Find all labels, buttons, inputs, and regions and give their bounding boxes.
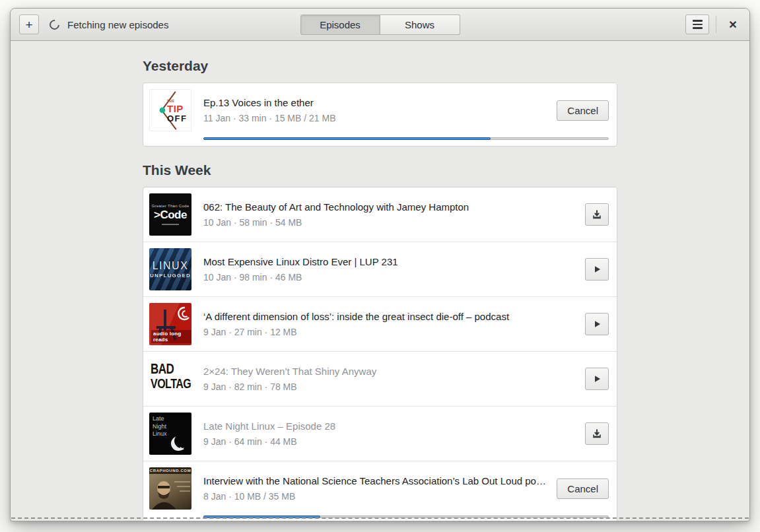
- episode-meta: 8 Jan · 10 MB / 35 MB: [203, 491, 547, 502]
- audio-long-reads-label: audio long reads: [151, 330, 191, 343]
- episode-title: 2×24: They Weren’t That Shiny Anyway: [203, 366, 576, 377]
- craphound-banner: CRAPHOUND.COM: [149, 467, 191, 474]
- progress-fill: [203, 137, 491, 140]
- episode-title: Interview with the National Science Teac…: [203, 475, 547, 486]
- episode-row[interactable]: BAD VOLTAGE 2×24: They Weren’t That Shin…: [143, 351, 617, 406]
- close-window-button[interactable]: ✕: [723, 15, 743, 34]
- episode-title: Late Night Linux – Episode 28: [203, 420, 576, 432]
- app-window: + Fetching new episodes Episodes Shows ✕…: [10, 8, 750, 521]
- play-icon: [592, 374, 602, 384]
- episode-meta: 9 Jan · 82 min · 78 MB: [203, 382, 576, 392]
- download-button[interactable]: [585, 203, 609, 226]
- download-icon: [592, 209, 602, 220]
- play-button[interactable]: [585, 313, 609, 335]
- podcast-cover-audio-long-reads: audio long reads: [149, 303, 191, 345]
- plus-icon: +: [25, 18, 32, 31]
- episode-meta: 11 Jan · 33 min · 15 MB / 21 MB: [203, 113, 547, 123]
- episode-meta: 10 Jan · 98 min · 46 MB: [203, 272, 576, 283]
- podcast-cover-late-night-linux: Late Night Linux: [149, 413, 191, 455]
- episode-row[interactable]: THE TIP OFF Ep.13 Voices in the ether 11…: [143, 83, 617, 146]
- hamburger-menu-icon: [693, 20, 703, 22]
- section-title-this-week: This Week: [143, 162, 617, 178]
- podcast-cover-greater-than-code: Greater Than Code >Code: [149, 193, 191, 236]
- episode-row[interactable]: audio long reads ‘A different dimension …: [143, 296, 617, 351]
- spinner-icon: [48, 17, 61, 31]
- view-switcher: Episodes Shows: [300, 15, 460, 35]
- episode-row[interactable]: Late Night Linux Late Night Linux – Epis…: [143, 406, 617, 461]
- episode-row[interactable]: Greater Than Code >Code 062: The Beauty …: [143, 187, 617, 242]
- episode-row[interactable]: LINUX UNPLUGGED Most Expensive Linux Dis…: [143, 242, 617, 296]
- episode-meta: 9 Jan · 27 min · 12 MB: [203, 327, 576, 337]
- header-separator: [716, 16, 716, 33]
- headerbar: + Fetching new episodes Episodes Shows ✕: [11, 9, 749, 41]
- episodes-view: Yesterday THE TIP OFF: [11, 41, 749, 521]
- header-right: ✕: [685, 15, 743, 34]
- play-button[interactable]: [585, 368, 609, 390]
- episode-row[interactable]: CRAPHOUND.COM Interview with the Nationa…: [143, 461, 617, 521]
- play-button[interactable]: [585, 258, 609, 281]
- download-progressbar: [203, 515, 609, 518]
- play-icon: [592, 264, 602, 275]
- menu-button[interactable]: [685, 15, 709, 34]
- podcast-cover-craphound: CRAPHOUND.COM: [149, 467, 191, 510]
- download-progressbar: [203, 137, 609, 140]
- progress-fill: [203, 515, 320, 518]
- episode-title: ‘A different dimension of loss’: inside …: [203, 311, 576, 322]
- episode-title: Ep.13 Voices in the ether: [203, 97, 547, 108]
- tab-episodes[interactable]: Episodes: [300, 15, 380, 35]
- crescent-moon-icon: [149, 413, 191, 455]
- episode-title: 062: The Beauty of Art and Technology wi…: [203, 201, 576, 213]
- episode-title: Most Expensive Linux Distro Ever | LUP 2…: [203, 256, 576, 267]
- section-title-yesterday: Yesterday: [143, 58, 617, 74]
- download-button[interactable]: [585, 422, 609, 445]
- add-podcast-button[interactable]: +: [19, 15, 39, 34]
- status-text: Fetching new episodes: [67, 19, 168, 30]
- this-week-card: Greater Than Code >Code 062: The Beauty …: [143, 187, 617, 521]
- podcast-cover-the-tip-off: THE TIP OFF: [149, 89, 191, 131]
- play-icon: [592, 319, 602, 329]
- episode-meta: 9 Jan · 64 min · 44 MB: [203, 436, 576, 447]
- podcast-cover-linux-unplugged: LINUX UNPLUGGED: [149, 248, 191, 290]
- tab-shows[interactable]: Shows: [380, 15, 460, 35]
- download-icon: [592, 428, 602, 439]
- podcast-cover-bad-voltage: BAD VOLTAGE: [149, 358, 191, 400]
- episode-meta: 10 Jan · 58 min · 54 MB: [203, 217, 576, 228]
- cancel-download-button[interactable]: Cancel: [557, 479, 609, 499]
- close-icon: ✕: [728, 18, 737, 31]
- yesterday-card: THE TIP OFF Ep.13 Voices in the ether 11…: [143, 83, 617, 147]
- cancel-download-button[interactable]: Cancel: [557, 100, 609, 121]
